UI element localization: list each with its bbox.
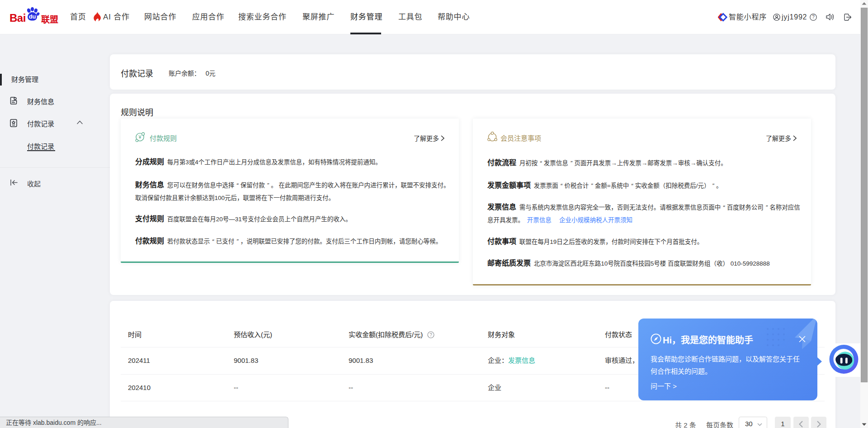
svg-text:?: ? bbox=[812, 14, 815, 19]
svg-text:du: du bbox=[29, 13, 36, 20]
svg-text:¥: ¥ bbox=[138, 134, 142, 140]
svg-text:?: ? bbox=[430, 333, 433, 338]
